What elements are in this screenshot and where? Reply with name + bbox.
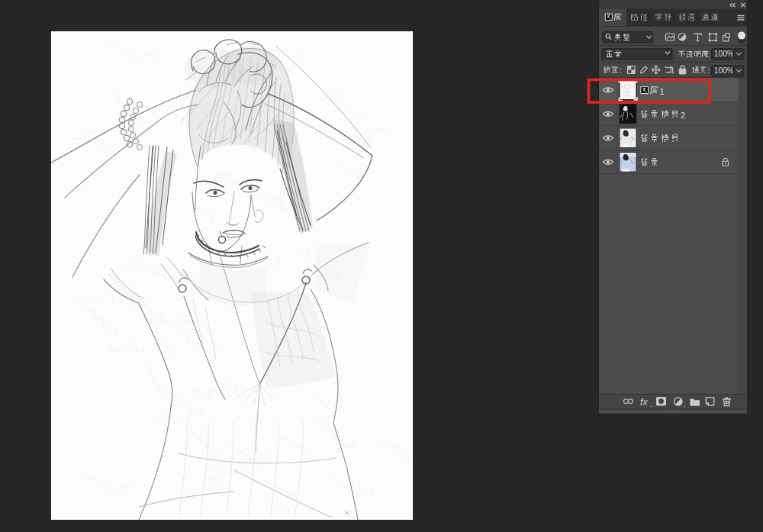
svg-text:100%: 100% (714, 50, 734, 58)
svg-text:100%: 100% (714, 66, 734, 75)
svg-text::: : (620, 66, 622, 75)
svg-text::: : (708, 50, 710, 59)
svg-text:1: 1 (660, 87, 665, 96)
svg-text::: : (708, 66, 710, 75)
svg-text:2: 2 (681, 111, 685, 120)
svg-text:fx: fx (640, 397, 648, 408)
